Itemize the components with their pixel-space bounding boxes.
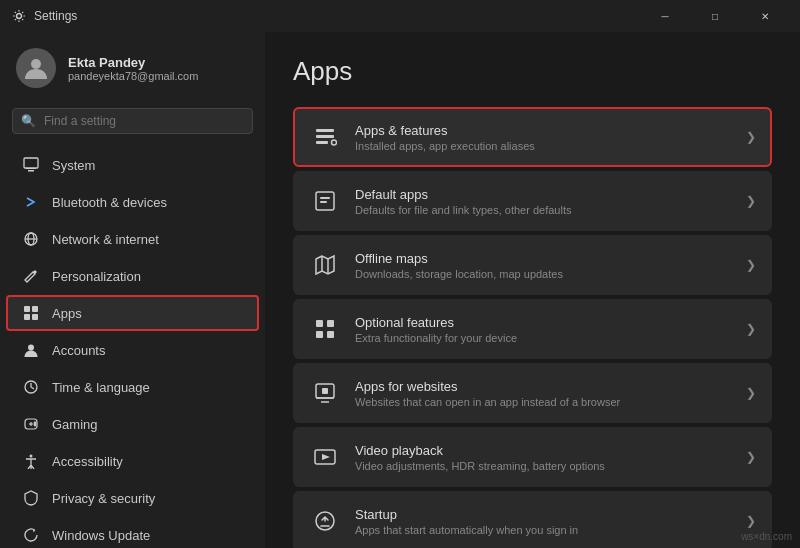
sidebar-item-privacy[interactable]: Privacy & security xyxy=(6,480,259,516)
chevron-right-icon-2: ❯ xyxy=(746,194,756,208)
setting-title-default-apps: Default apps xyxy=(355,187,732,202)
search-container: 🔍 xyxy=(0,100,265,146)
svg-point-17 xyxy=(34,422,36,424)
svg-rect-32 xyxy=(327,331,334,338)
search-box[interactable]: 🔍 xyxy=(12,108,253,134)
setting-title-optional-features: Optional features xyxy=(355,315,732,330)
sidebar-item-apps-label: Apps xyxy=(52,306,82,321)
chevron-right-icon: ❯ xyxy=(746,130,756,144)
svg-rect-34 xyxy=(322,388,328,394)
sidebar-item-gaming[interactable]: Gaming xyxy=(6,406,259,442)
sidebar-item-system[interactable]: System xyxy=(6,147,259,183)
svg-rect-21 xyxy=(316,135,334,138)
sidebar-item-time-label: Time & language xyxy=(52,380,150,395)
sidebar-item-gaming-label: Gaming xyxy=(52,417,98,432)
setting-item-default-apps[interactable]: Default apps Defaults for file and link … xyxy=(293,171,772,231)
setting-title-apps-websites: Apps for websites xyxy=(355,379,732,394)
setting-title-apps-features: Apps & features xyxy=(355,123,732,138)
sidebar-item-network-label: Network & internet xyxy=(52,232,159,247)
content-area: Apps Apps & features Installed apps, app… xyxy=(265,32,800,548)
setting-title-startup: Startup xyxy=(355,507,732,522)
bluetooth-icon xyxy=(22,193,40,211)
sidebar-nav: System Bluetooth & devices xyxy=(0,146,265,548)
sidebar-item-bluetooth-label: Bluetooth & devices xyxy=(52,195,167,210)
sidebar-item-windows-update[interactable]: Windows Update xyxy=(6,517,259,548)
titlebar-controls: ─ □ ✕ xyxy=(642,0,788,32)
user-profile[interactable]: Ekta Pandey pandeyekta78@gmail.com xyxy=(0,32,265,100)
settings-icon xyxy=(12,9,26,23)
avatar xyxy=(16,48,56,88)
video-playback-icon xyxy=(309,441,341,473)
watermark: ws×dn.com xyxy=(741,531,792,542)
setting-item-startup[interactable]: Startup Apps that start automatically wh… xyxy=(293,491,772,548)
setting-item-apps-features[interactable]: Apps & features Installed apps, app exec… xyxy=(293,107,772,167)
svg-rect-31 xyxy=(316,331,323,338)
setting-item-apps-websites[interactable]: Apps for websites Websites that can open… xyxy=(293,363,772,423)
setting-desc-apps-features: Installed apps, app execution aliases xyxy=(355,140,732,152)
user-info: Ekta Pandey pandeyekta78@gmail.com xyxy=(68,55,198,82)
chevron-right-icon-3: ❯ xyxy=(746,258,756,272)
app-container: Ekta Pandey pandeyekta78@gmail.com 🔍 Sys… xyxy=(0,32,800,548)
sidebar-item-bluetooth[interactable]: Bluetooth & devices xyxy=(6,184,259,220)
chevron-right-icon-4: ❯ xyxy=(746,322,756,336)
sidebar-item-system-label: System xyxy=(52,158,95,173)
setting-item-optional-features[interactable]: Optional features Extra functionality fo… xyxy=(293,299,772,359)
setting-text-startup: Startup Apps that start automatically wh… xyxy=(355,507,732,536)
sidebar-item-personalization[interactable]: Personalization xyxy=(6,258,259,294)
windows-update-icon xyxy=(22,526,40,544)
sidebar-item-accessibility[interactable]: Accessibility xyxy=(6,443,259,479)
minimize-button[interactable]: ─ xyxy=(642,0,688,32)
page-title: Apps xyxy=(293,56,772,87)
svg-rect-30 xyxy=(327,320,334,327)
svg-rect-9 xyxy=(32,306,38,312)
setting-desc-optional-features: Extra functionality for your device xyxy=(355,332,732,344)
svg-rect-11 xyxy=(32,314,38,320)
setting-text-offline-maps: Offline maps Downloads, storage location… xyxy=(355,251,732,280)
accounts-icon xyxy=(22,341,40,359)
svg-rect-20 xyxy=(316,129,334,132)
setting-item-offline-maps[interactable]: Offline maps Downloads, storage location… xyxy=(293,235,772,295)
sidebar-item-apps[interactable]: Apps xyxy=(6,295,259,331)
svg-point-19 xyxy=(30,455,33,458)
setting-desc-startup: Apps that start automatically when you s… xyxy=(355,524,732,536)
svg-rect-8 xyxy=(24,306,30,312)
sidebar-item-time[interactable]: Time & language xyxy=(6,369,259,405)
accessibility-icon xyxy=(22,452,40,470)
setting-text-default-apps: Default apps Defaults for file and link … xyxy=(355,187,732,216)
gaming-icon xyxy=(22,415,40,433)
setting-text-apps-websites: Apps for websites Websites that can open… xyxy=(355,379,732,408)
search-input[interactable] xyxy=(44,114,244,128)
person-icon xyxy=(23,55,49,81)
startup-icon xyxy=(309,505,341,537)
sidebar-item-network[interactable]: Network & internet xyxy=(6,221,259,257)
sidebar-item-windows-update-label: Windows Update xyxy=(52,528,150,543)
sidebar-item-accounts[interactable]: Accounts xyxy=(6,332,259,368)
svg-point-18 xyxy=(34,424,36,426)
setting-text-apps-features: Apps & features Installed apps, app exec… xyxy=(355,123,732,152)
setting-item-video-playback[interactable]: Video playback Video adjustments, HDR st… xyxy=(293,427,772,487)
apps-icon xyxy=(22,304,40,322)
chevron-right-icon-7: ❯ xyxy=(746,514,756,528)
svg-rect-26 xyxy=(320,201,327,203)
apps-features-icon xyxy=(309,121,341,153)
sidebar: Ekta Pandey pandeyekta78@gmail.com 🔍 Sys… xyxy=(0,32,265,548)
sidebar-item-accounts-label: Accounts xyxy=(52,343,105,358)
sidebar-item-privacy-label: Privacy & security xyxy=(52,491,155,506)
svg-point-12 xyxy=(28,345,34,351)
titlebar-left: Settings xyxy=(12,9,77,23)
svg-point-1 xyxy=(31,59,41,69)
close-button[interactable]: ✕ xyxy=(742,0,788,32)
sidebar-item-accessibility-label: Accessibility xyxy=(52,454,123,469)
setting-text-optional-features: Optional features Extra functionality fo… xyxy=(355,315,732,344)
svg-marker-36 xyxy=(322,454,330,460)
chevron-right-icon-6: ❯ xyxy=(746,450,756,464)
user-email: pandeyekta78@gmail.com xyxy=(68,70,198,82)
setting-text-video-playback: Video playback Video adjustments, HDR st… xyxy=(355,443,732,472)
optional-features-icon xyxy=(309,313,341,345)
svg-rect-2 xyxy=(24,158,38,168)
titlebar: Settings ─ □ ✕ xyxy=(0,0,800,32)
maximize-button[interactable]: □ xyxy=(692,0,738,32)
svg-rect-10 xyxy=(24,314,30,320)
svg-rect-4 xyxy=(26,168,36,169)
apps-websites-icon xyxy=(309,377,341,409)
